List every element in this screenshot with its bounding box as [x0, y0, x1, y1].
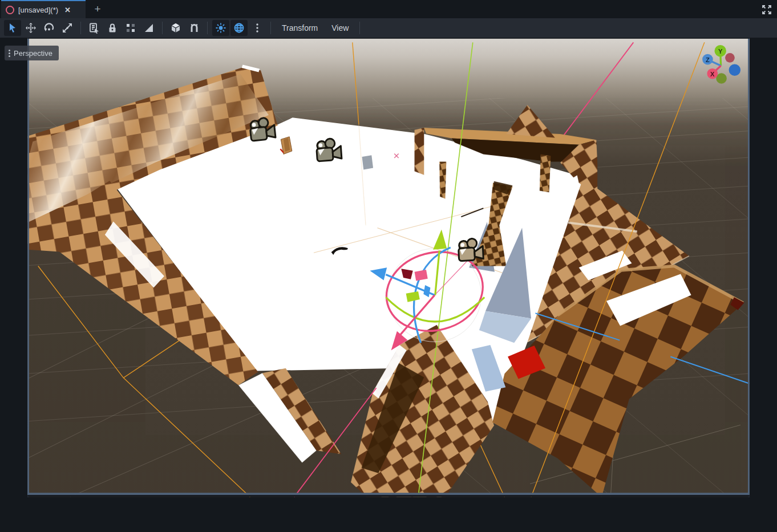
selection-list-button[interactable]: [86, 20, 103, 36]
axis-ball-z[interactable]: Z: [702, 54, 713, 65]
toolbar-separator: [270, 22, 271, 34]
local-space-button[interactable]: [167, 20, 184, 36]
move-icon: [25, 22, 37, 34]
svg-text:X: X: [710, 71, 715, 78]
scene-circle-icon: [6, 6, 14, 14]
ruler-icon: [143, 22, 155, 34]
rotate-tool-button[interactable]: [41, 20, 58, 36]
toolbar-separator: [207, 22, 208, 34]
sun-preview-button[interactable]: [212, 20, 229, 36]
move-tool-button[interactable]: [22, 20, 39, 36]
environment-preview-button[interactable]: [230, 20, 248, 36]
more-options-button[interactable]: [249, 20, 266, 36]
transform-menu[interactable]: Transform: [275, 23, 325, 33]
scene-tab[interactable]: [unsaved](*) ✕: [1, 0, 86, 18]
sun-icon: [215, 22, 226, 34]
viewport-toolbar: Transform View: [0, 18, 777, 38]
toolbar-separator: [80, 22, 81, 34]
toolbar-separator: [162, 22, 163, 34]
lock-tool-button[interactable]: [104, 20, 121, 36]
rotate-icon: [43, 22, 55, 34]
selection-list-icon: [88, 22, 100, 34]
toolbar-separator: [359, 22, 360, 34]
expand-icon: [762, 5, 772, 15]
axis-ball-y[interactable]: Y: [714, 45, 726, 56]
projection-label: Perspective: [14, 49, 52, 58]
scene-tab-label: [unsaved](*): [18, 6, 58, 14]
select-tool-button[interactable]: [4, 20, 21, 36]
kebab-menu-icon: [252, 22, 263, 34]
axis-ball-neg-y[interactable]: [716, 73, 727, 84]
expand-viewport-button[interactable]: [760, 3, 774, 17]
scene-3d-viewport[interactable]: Y Z X: [0, 38, 777, 532]
globe-icon: [233, 22, 245, 34]
group-icon: [125, 22, 136, 34]
axis-ball-neg-x[interactable]: [725, 53, 735, 63]
axis-ball-x[interactable]: X: [707, 68, 718, 79]
lock-icon: [107, 22, 118, 34]
kebab-menu-icon: [9, 50, 10, 57]
tab-bar: [unsaved](*) ✕ +: [0, 0, 777, 18]
scale-tool-button[interactable]: [59, 20, 76, 36]
group-tool-button[interactable]: [122, 20, 139, 36]
cube-icon: [170, 22, 181, 34]
ruler-tool-button[interactable]: [140, 20, 157, 36]
axis-ball-neg-z[interactable]: [729, 64, 740, 75]
scale-icon: [62, 22, 73, 34]
svg-text:Y: Y: [718, 48, 723, 55]
snap-toggle-button[interactable]: [185, 20, 203, 36]
perspective-menu-button[interactable]: Perspective: [5, 46, 59, 60]
select-arrow-icon: [7, 22, 18, 34]
tab-close-button[interactable]: ✕: [64, 6, 71, 14]
svg-text:Z: Z: [706, 56, 710, 63]
new-tab-button[interactable]: +: [90, 0, 105, 18]
magnet-icon: [188, 22, 200, 34]
view-menu[interactable]: View: [325, 23, 355, 33]
